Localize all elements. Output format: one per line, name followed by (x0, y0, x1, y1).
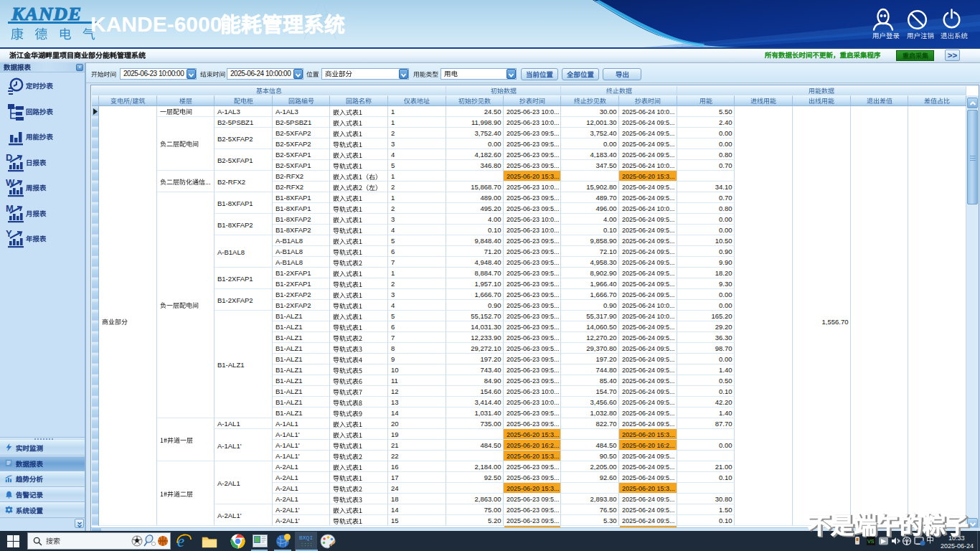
svg-text:::::: :::: (301, 542, 313, 547)
svg-text:BXQI: BXQI (299, 534, 313, 541)
svg-text:VS: VS (867, 538, 875, 545)
